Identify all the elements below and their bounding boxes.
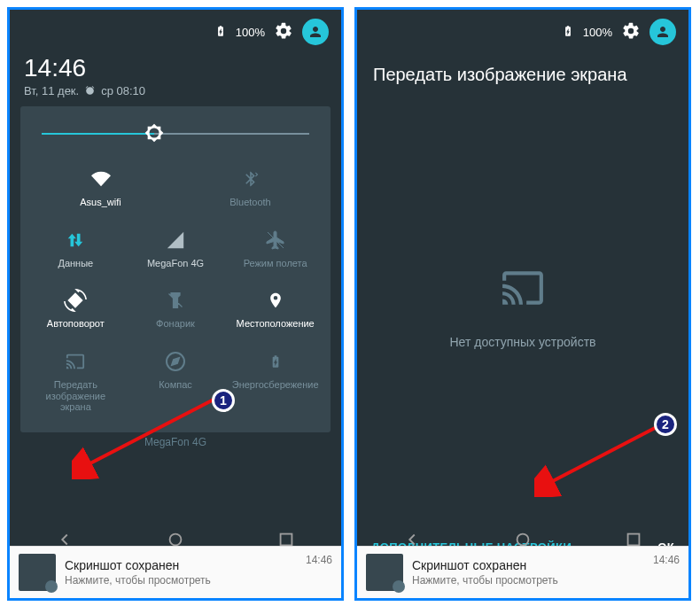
tile-signal[interactable]: MegaFon 4G <box>126 219 226 280</box>
battery-saver-icon <box>268 351 283 372</box>
notification-subtitle: Нажмите, чтобы просмотреть <box>412 574 644 587</box>
cast-screen-title: Передать изображение экрана <box>357 51 688 86</box>
carrier-label: MegaFon 4G <box>10 432 341 452</box>
status-bar: 100% <box>10 10 341 51</box>
notification-title: Скриншот сохранен <box>65 558 297 572</box>
tile-data[interactable]: Данные <box>26 219 126 280</box>
flashlight-off-icon <box>167 289 184 312</box>
svg-point-2 <box>170 534 182 546</box>
notification-thumbnail <box>366 554 403 591</box>
notification-thumbnail <box>19 554 56 591</box>
compass-icon <box>165 351 186 372</box>
settings-gear-icon[interactable] <box>621 21 641 43</box>
user-avatar-icon[interactable] <box>302 19 329 45</box>
alarm-text: ср 08:10 <box>101 84 145 97</box>
phone-left-screenshot: 100% 14:46 Вт, 11 дек. ср 08:10 <box>7 7 344 601</box>
brightness-icon <box>144 123 164 143</box>
notification-title: Скриншот сохранен <box>412 558 644 572</box>
brightness-slider[interactable] <box>42 122 309 144</box>
time-block: 14:46 Вт, 11 дек. ср 08:10 <box>10 51 341 106</box>
notification-subtitle: Нажмите, чтобы просмотреть <box>65 574 297 587</box>
cast-icon <box>64 352 87 371</box>
clock-time: 14:46 <box>24 54 327 82</box>
settings-gear-icon[interactable] <box>274 21 293 43</box>
tile-bluetooth[interactable]: Bluetooth <box>175 158 325 219</box>
airplane-off-icon <box>265 229 286 251</box>
battery-bolt-icon <box>562 23 574 42</box>
notification-card[interactable]: Скриншот сохранен Нажмите, чтобы просмот… <box>357 546 688 598</box>
tile-wifi[interactable]: Asus_wifi <box>26 158 175 219</box>
tile-battery-saver[interactable]: Энергосбережение <box>225 340 325 424</box>
notification-time: 14:46 <box>306 554 332 566</box>
svg-marker-1 <box>172 358 179 365</box>
no-devices-text: Нет доступных устройств <box>449 335 595 349</box>
bluetooth-off-icon <box>242 168 260 190</box>
wifi-icon <box>89 169 113 189</box>
location-icon <box>267 289 284 312</box>
notification-time: 14:46 <box>653 554 680 566</box>
notification-card[interactable]: Скриншот сохранен Нажмите, чтобы просмот… <box>10 546 341 598</box>
cast-large-icon <box>496 266 549 310</box>
tile-location[interactable]: Местоположение <box>225 279 325 340</box>
quick-settings-panel: Asus_wifi Bluetooth Данные MegaFon 4G <box>20 106 331 432</box>
user-avatar-icon[interactable] <box>649 19 676 45</box>
tile-flashlight[interactable]: Фонарик <box>126 279 226 340</box>
tile-compass[interactable]: Компас <box>126 340 226 424</box>
phone-right-screenshot: 100% Передать изображение экрана Нет дос… <box>354 7 691 601</box>
battery-bolt-icon <box>214 23 227 42</box>
cast-empty-state: Нет доступных устройств <box>357 86 688 528</box>
tile-airplane[interactable]: Режим полета <box>225 219 325 280</box>
date-text: Вт, 11 дек. <box>24 84 79 97</box>
autorotate-icon <box>64 289 87 312</box>
annotation-badge-1: 1 <box>212 389 235 412</box>
svg-rect-3 <box>280 534 292 546</box>
tile-autorotate[interactable]: Автоповорот <box>26 279 126 340</box>
alarm-icon <box>84 85 96 97</box>
data-arrows-icon <box>66 229 85 251</box>
signal-icon <box>166 230 185 250</box>
annotation-badge-2: 2 <box>654 413 677 436</box>
status-bar: 100% <box>357 10 688 51</box>
battery-percent: 100% <box>583 26 612 39</box>
tile-cast[interactable]: Передать изображение экрана <box>26 340 126 424</box>
battery-percent: 100% <box>236 26 265 39</box>
